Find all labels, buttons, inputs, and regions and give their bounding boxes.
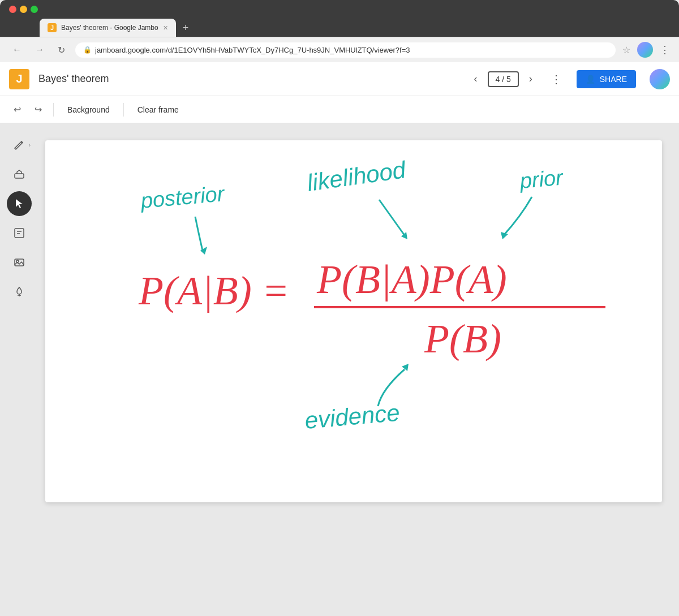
share-icon: 👤 (586, 75, 595, 84)
url-bar[interactable]: 🔒 jamboard.google.com/d/1E1OVYh5hHVabTWY… (75, 42, 616, 58)
slide-indicator: 4 / 5 (488, 71, 519, 87)
svg-text:prior: prior (518, 165, 565, 193)
eraser-tool[interactable] (7, 162, 32, 187)
share-button[interactable]: 👤 SHARE (577, 70, 636, 88)
svg-text:likelihood: likelihood (306, 156, 409, 196)
refresh-button[interactable]: ↻ (54, 42, 68, 58)
tab-favicon: J (48, 23, 57, 32)
prev-slide-button[interactable]: ‹ (471, 70, 481, 88)
tab-bar: J Bayes' theorem - Google Jambo ✕ + (0, 19, 679, 37)
svg-rect-2 (15, 174, 24, 178)
laser-tool[interactable] (7, 279, 32, 304)
next-slide-button[interactable]: › (526, 70, 536, 88)
close-button[interactable] (9, 6, 16, 13)
browser-window: J Bayes' theorem - Google Jambo ✕ + ← → … (0, 0, 679, 613)
toolbar-divider (53, 103, 54, 117)
bookmark-button[interactable]: ☆ (622, 45, 630, 55)
background-button[interactable]: Background (61, 101, 117, 119)
redo-button[interactable]: ↪ (30, 101, 46, 118)
main-content: posterior likelihood prior P(A|B (0, 123, 679, 613)
svg-text:evidence: evidence (304, 399, 401, 433)
url-text: jamboard.google.com/d/1E1OVYh5hHVabTWYTc… (95, 46, 410, 54)
new-tab-button[interactable]: + (178, 20, 194, 36)
svg-marker-11 (501, 232, 508, 239)
slide-navigation: ‹ 4 / 5 › (471, 70, 536, 88)
active-tab[interactable]: J Bayes' theorem - Google Jambo ✕ (40, 19, 176, 37)
clear-frame-button[interactable]: Clear frame (131, 101, 186, 119)
title-bar (0, 0, 679, 19)
address-bar: ← → ↻ 🔒 jamboard.google.com/d/1E1OVYh5hH… (0, 37, 679, 62)
profile-avatar[interactable] (637, 42, 653, 58)
svg-rect-3 (15, 229, 24, 238)
pen-tool[interactable] (7, 132, 32, 157)
app-bar: J Bayes' theorem ‹ 4 / 5 › ⋮ 👤 SHARE (0, 62, 679, 96)
app-title: Bayes' theorem (38, 73, 462, 85)
browser-menu-button[interactable]: ⋮ (660, 44, 670, 56)
image-tool[interactable] (7, 250, 32, 275)
side-toolbar (0, 123, 38, 613)
minimize-button[interactable] (20, 6, 27, 13)
toolbar-divider-2 (123, 103, 124, 117)
jamboard-logo: J (9, 69, 29, 89)
tab-close-button[interactable]: ✕ (163, 24, 168, 32)
svg-text:P(B): P(B) (424, 316, 501, 361)
sticky-note-tool[interactable] (7, 221, 32, 245)
svg-text:J: J (50, 24, 54, 31)
forward-button[interactable]: → (32, 42, 48, 57)
svg-text:posterior: posterior (139, 182, 226, 213)
lock-icon: 🔒 (83, 46, 92, 54)
canvas-area: posterior likelihood prior P(A|B (11, 135, 668, 601)
traffic-lights (9, 6, 38, 13)
select-tool[interactable] (7, 191, 32, 216)
share-label: SHARE (600, 75, 627, 84)
more-options-button[interactable]: ⋮ (545, 69, 568, 89)
toolbar: ↩ ↪ Background Clear frame (0, 96, 679, 123)
undo-button[interactable]: ↩ (9, 101, 25, 118)
svg-text:P(A|B) =: P(A|B) = (138, 268, 289, 313)
back-button[interactable]: ← (9, 42, 25, 57)
maximize-button[interactable] (31, 6, 38, 13)
whiteboard[interactable]: posterior likelihood prior P(A|B (45, 140, 662, 502)
svg-text:P(B|A)P(A): P(B|A)P(A) (316, 257, 507, 302)
tab-title: Bayes' theorem - Google Jambo (61, 24, 158, 32)
user-avatar[interactable] (650, 69, 670, 89)
